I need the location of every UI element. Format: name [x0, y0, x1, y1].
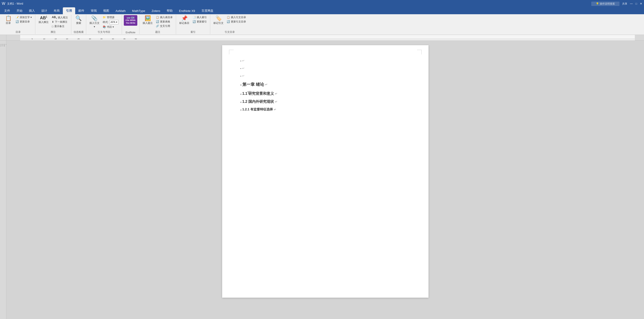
ribbon-group-search: 🔍 搜索 信息检索 [71, 15, 86, 34]
maximize-btn[interactable]: □ [636, 2, 637, 5]
insert-toa-icon: 📋 [227, 16, 230, 19]
update-table-icon: 🔄 [156, 20, 159, 23]
search-icon: 🔍 [76, 16, 82, 21]
mark-citation-btn[interactable]: 🏷️ 标记引文 [212, 15, 225, 26]
corner-tr [417, 50, 422, 54]
show-notes-icon: □ [52, 25, 54, 28]
toc-group-label: 目录 [16, 30, 21, 34]
main-layout: 1234567891011121314151617181920 2 [0, 41, 644, 319]
citations-group-items: 📎 插入引文 ▾ 📁 管理源 样式: APA ▾ 📚 书目 ▾ [88, 15, 120, 30]
tab-layout[interactable]: 布局 [50, 7, 63, 14]
doc-heading2-1: ▪ 1.1 研究背景和意义 ↵ [240, 91, 410, 96]
insert-table-of-fig-btn[interactable]: 📋 插入表目录 [154, 15, 174, 20]
tab-mathtype[interactable]: MathType [129, 7, 148, 14]
endnote-small-icon: AB1 [52, 16, 57, 19]
ruler: 5 10 15 20 25 30 35 40 45 50 [6, 35, 644, 40]
update-toc-icon: 🔄 [16, 20, 19, 23]
citation-icon: 📎 [91, 16, 98, 21]
tab-zotero[interactable]: Zotero [148, 7, 164, 14]
update-index-btn[interactable]: 🔄 更新索引 [191, 20, 208, 24]
content-area[interactable]: 2 1 ↵⊢ [6, 41, 644, 319]
tab-baidu[interactable]: 百度网盘 [198, 7, 217, 14]
insert-index-icon: 📑 [192, 16, 196, 19]
toc-label: 目录 [6, 21, 11, 25]
ribbon-group-footnote: AB1 插入脚注 AB1 插入尾注 ⬇ 下一条脚注 □ 显示备注 [35, 15, 71, 34]
update-toa-icon: 🔄 [227, 20, 230, 23]
ribbon: 📋 目录 📝 添加文字 ▾ 🔄 更新目录 目录 [0, 14, 644, 35]
search-btn[interactable]: 🔍 搜索 [73, 15, 84, 26]
endnote-cite-label: Cite WhileYou Write [126, 19, 136, 24]
tab-help[interactable]: 帮助 [164, 7, 176, 14]
tab-endnote[interactable]: EndNote X9 [176, 7, 198, 14]
update-toc-btn[interactable]: 🔄 更新目录 [14, 20, 33, 24]
tab-view[interactable]: 视图 [100, 7, 112, 14]
mark-entry-icon: 📌 [181, 16, 188, 21]
mark-entry-btn[interactable]: 📌 标记条目 [178, 15, 191, 26]
toa-col: 📋 插入引文目录 🔄 更新引文目录 [225, 15, 247, 24]
add-text-btn[interactable]: 📝 添加文字 ▾ [14, 15, 33, 20]
insert-caption-btn[interactable]: 🖼️ 插入题注 [141, 15, 154, 26]
bibliography-btn[interactable]: 📚 书目 ▾ [101, 25, 120, 29]
doc-content[interactable]: ▪ ↵ ▪ ↵ ▪ ↵ ▪ [240, 59, 410, 112]
search-bar[interactable]: 💡 操作说明搜索 [591, 2, 620, 6]
style-select[interactable]: APA ▾ [109, 20, 118, 24]
search-group-items: 🔍 搜索 [73, 15, 84, 30]
ribbon-tabs: 文件 开始 插入 设计 布局 引用 邮件 审阅 视图 AxMath MathTy… [0, 7, 644, 14]
footnote-icon: AB1 [40, 16, 47, 20]
next-footnote-btn[interactable]: ⬇ 下一条脚注 [50, 20, 69, 24]
user-share-btn[interactable]: 共享 [622, 2, 627, 6]
insert-index-btn[interactable]: 📑 插入索引 [191, 15, 208, 20]
cross-reference-btn[interactable]: 🔗 交叉引用 [154, 24, 174, 28]
style-dropdown[interactable]: 样式: APA ▾ [101, 20, 120, 25]
update-index-icon: 🔄 [192, 20, 196, 23]
tab-references[interactable]: 引用 [63, 7, 75, 14]
page-indicator: 1234567891011121314151617181920 [0, 44, 6, 47]
citation-dropdown-icon: ▾ [94, 25, 95, 28]
show-notes-btn[interactable]: □ 显示备注 [50, 24, 69, 29]
toc-btn[interactable]: 📋 目录 [3, 15, 14, 26]
title-bar: W 文档1 - Word 💡 操作说明搜索 共享 — □ ✕ [0, 0, 644, 7]
minimize-btn[interactable]: — [630, 2, 633, 5]
doc-heading3-1: ▪ 1.2.1 有监督特征选择 ↵ [240, 107, 410, 112]
tab-axmath[interactable]: AxMath [112, 7, 129, 14]
add-text-icon: 📝 [16, 16, 19, 19]
ribbon-group-endnote: use EN Cite WhileYou Write EndNote [122, 15, 140, 34]
close-btn[interactable]: ✕ [640, 2, 642, 5]
caption-group-items: 🖼️ 插入题注 📋 插入表目录 🔄 更新表格 🔗 交叉引用 [141, 15, 174, 30]
tab-mailings[interactable]: 邮件 [75, 7, 88, 14]
doc-heading2-2: ▪ 1.2 国内外研究现状 ↵ [240, 99, 410, 104]
tab-insert[interactable]: 插入 [26, 7, 38, 14]
insert-toa-btn[interactable]: 📋 插入引文目录 [225, 15, 247, 20]
page-wrapper: 2 1 ↵⊢ [222, 45, 428, 319]
insert-citation-btn[interactable]: 📎 插入引文 ▾ [88, 15, 101, 29]
heading2-2-text: 1.2 国内外研究现状 [242, 99, 274, 104]
ribbon-group-index: 📌 标记条目 📑 插入索引 🔄 更新索引 索引 [176, 15, 210, 34]
doc-empty-para-3: ▪ ↵ [240, 74, 410, 78]
tab-design[interactable]: 设计 [38, 7, 50, 14]
endnote-cwyw-btn[interactable]: use EN Cite WhileYou Write [124, 15, 138, 26]
document-title: 文档1 - Word [7, 2, 23, 6]
caption-group-label: 题注 [155, 30, 160, 34]
citations-group-label: 引文与书目 [98, 30, 110, 34]
tab-file[interactable]: 文件 [1, 7, 13, 14]
update-toa-btn[interactable]: 🔄 更新引文目录 [225, 20, 247, 24]
endnote-group-items: use EN Cite WhileYou Write [124, 15, 138, 31]
doc-empty-para-2: ▪ ↵ [240, 67, 410, 70]
ribbon-group-caption: 🖼️ 插入题注 📋 插入表目录 🔄 更新表格 🔗 交叉引用 [140, 15, 176, 34]
search-group-label: 信息检索 [74, 30, 84, 34]
endnote-group-label: EndNote [126, 31, 136, 34]
update-table-btn[interactable]: 🔄 更新表格 [154, 20, 174, 24]
tab-review[interactable]: 审阅 [88, 7, 100, 14]
cross-ref-icon: 🔗 [156, 25, 159, 28]
document-page[interactable]: ↵⊢ ▪ ↵ ▪ ↵ ▪ [222, 45, 428, 298]
manage-sources-btn[interactable]: 📁 管理源 [101, 15, 120, 20]
ruler-left-space [0, 35, 6, 40]
heading3-1-text: 1.2.1 有监督特征选择 [242, 107, 273, 112]
toc-col: 📝 添加文字 ▾ 🔄 更新目录 [14, 15, 33, 24]
toc-group-items: 📋 目录 📝 添加文字 ▾ 🔄 更新目录 [3, 15, 33, 30]
lightbulb-icon: 💡 [596, 2, 599, 5]
insert-endnote-btn[interactable]: AB1 插入尾注 [50, 15, 69, 20]
tab-home[interactable]: 开始 [13, 7, 26, 14]
tof-icon: 📋 [156, 16, 159, 19]
insert-footnote-btn[interactable]: AB1 插入脚注 [37, 15, 50, 25]
